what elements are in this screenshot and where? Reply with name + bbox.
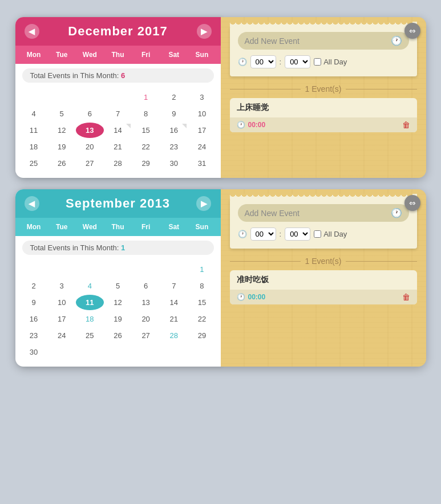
- cal-cell[interactable]: 12: [48, 123, 76, 138]
- cal-cell[interactable]: 16: [160, 123, 188, 138]
- cal-cell[interactable]: 26: [48, 156, 76, 171]
- time-row-2: 🕐 00010203 : 00153045 All Day: [238, 227, 409, 241]
- prev-month-button-1[interactable]: ◀: [25, 24, 39, 39]
- calendar-header-2: ◀ September 2013 ▶: [15, 189, 221, 218]
- cal-cell[interactable]: 8: [188, 278, 216, 294]
- add-event-row-1: Add New Event 🕐: [238, 32, 409, 50]
- cal-cell[interactable]: 29: [132, 156, 160, 171]
- cal-cell[interactable]: 5: [104, 278, 132, 294]
- event-title-1-0: 上床睡觉: [230, 98, 417, 117]
- cal-cell[interactable]: 24: [188, 139, 216, 155]
- total-events-bar-2: Total Events in This Month: 1: [22, 241, 214, 255]
- cal-cell[interactable]: 4: [20, 106, 48, 121]
- cal-cell[interactable]: 17: [188, 123, 216, 138]
- cal-cell[interactable]: 6: [76, 106, 104, 121]
- event-clock-icon-1-0: 🕐: [237, 121, 245, 129]
- cal-cell[interactable]: 2: [160, 90, 188, 105]
- cal-cell[interactable]: 7: [160, 278, 188, 294]
- cal-cell[interactable]: 30: [20, 344, 48, 360]
- event-item-2-0: 准时吃饭 🕐 00:00 🗑: [230, 270, 417, 304]
- day-sat-1: Sat: [160, 49, 188, 60]
- cal-cell[interactable]: 1: [188, 262, 216, 277]
- cal-cell[interactable]: 11: [76, 295, 104, 310]
- cal-cell[interactable]: 2: [20, 278, 48, 294]
- cal-cell[interactable]: 13: [132, 295, 160, 310]
- cal-cell[interactable]: 25: [76, 328, 104, 343]
- day-mon-1: Mon: [20, 49, 48, 60]
- cal-cell: [104, 344, 132, 360]
- cal-cell[interactable]: 20: [132, 311, 160, 327]
- cal-cell[interactable]: 12: [104, 295, 132, 310]
- cal-cell[interactable]: 22: [132, 139, 160, 155]
- cal-cell[interactable]: 21: [104, 139, 132, 155]
- cal-cell[interactable]: 26: [104, 328, 132, 343]
- allday-label-2[interactable]: All Day: [314, 230, 347, 238]
- cal-cell[interactable]: 8: [132, 106, 160, 121]
- cal-cell: [76, 90, 104, 105]
- cal-cell[interactable]: 28: [160, 328, 188, 343]
- cal-cell[interactable]: 9: [20, 295, 48, 310]
- cal-cell[interactable]: 19: [48, 139, 76, 155]
- cal-cell[interactable]: 5: [48, 106, 76, 121]
- cal-cell[interactable]: 3: [48, 278, 76, 294]
- cal-cell[interactable]: 3: [188, 90, 216, 105]
- clock-button-1[interactable]: 🕐: [391, 35, 402, 46]
- cal-cell[interactable]: 7: [104, 106, 132, 121]
- cal-cell[interactable]: 20: [76, 139, 104, 155]
- cal-cell[interactable]: 23: [20, 328, 48, 343]
- time-clock-icon-2: 🕐: [238, 230, 247, 238]
- hour-select-2[interactable]: 00010203: [250, 227, 276, 241]
- cal-cell[interactable]: 10: [188, 106, 216, 121]
- cal-cell[interactable]: 15: [188, 295, 216, 310]
- cal-cell[interactable]: 22: [188, 311, 216, 327]
- cal-cell: [76, 262, 104, 277]
- cal-cell[interactable]: 19: [104, 311, 132, 327]
- cal-cell[interactable]: 18: [76, 311, 104, 327]
- cal-cell[interactable]: 30: [160, 156, 188, 171]
- day-tue-2: Tue: [48, 221, 76, 233]
- prev-month-button-2[interactable]: ◀: [25, 196, 39, 211]
- cal-cell[interactable]: 16: [20, 311, 48, 327]
- next-month-button-2[interactable]: ▶: [196, 196, 211, 211]
- cal-cell[interactable]: 1: [132, 90, 160, 105]
- cal-cell[interactable]: 6: [132, 278, 160, 294]
- cal-cell[interactable]: 27: [76, 156, 104, 171]
- cal-cell[interactable]: 4: [76, 278, 104, 294]
- allday-label-1[interactable]: All Day: [314, 58, 347, 66]
- swap-button-1[interactable]: ⇔: [404, 23, 420, 39]
- cal-cell[interactable]: 23: [160, 139, 188, 155]
- cal-cell[interactable]: 11: [20, 123, 48, 138]
- day-sun-1: Sun: [188, 49, 216, 60]
- cal-cell[interactable]: 9: [160, 106, 188, 121]
- swap-button-2[interactable]: ⇔: [404, 195, 420, 211]
- cal-cell[interactable]: 25: [20, 156, 48, 171]
- cal-cell[interactable]: 21: [160, 311, 188, 327]
- day-wed-2: Wed: [76, 221, 104, 233]
- minute-select-1[interactable]: 00153045: [285, 55, 310, 68]
- cal-cell[interactable]: 14: [104, 123, 132, 138]
- cal-cell[interactable]: 15: [132, 123, 160, 138]
- delete-event-button-1-0[interactable]: 🗑: [402, 120, 410, 129]
- cal-cell[interactable]: 14: [160, 295, 188, 310]
- hour-select-1[interactable]: 00010203: [250, 55, 276, 68]
- cal-cell: [20, 262, 48, 277]
- cal-cell[interactable]: 31: [188, 156, 216, 171]
- cal-cell[interactable]: 24: [48, 328, 76, 343]
- cal-cell[interactable]: 27: [132, 328, 160, 343]
- allday-checkbox-2[interactable]: [314, 230, 321, 238]
- cal-cell[interactable]: 29: [188, 328, 216, 343]
- day-sat-2: Sat: [160, 221, 188, 233]
- next-month-button-1[interactable]: ▶: [197, 24, 212, 39]
- cal-cell[interactable]: 13: [76, 123, 104, 138]
- cal-cell[interactable]: 18: [20, 139, 48, 155]
- cal-cell: [132, 262, 160, 277]
- minute-select-2[interactable]: 00153045: [285, 227, 310, 241]
- delete-event-button-2-0[interactable]: 🗑: [402, 292, 410, 302]
- cal-cell[interactable]: 17: [48, 311, 76, 327]
- cal-cell: [160, 344, 188, 360]
- colon-2: :: [280, 230, 282, 238]
- clock-button-2[interactable]: 🕐: [391, 208, 402, 218]
- allday-checkbox-1[interactable]: [314, 58, 321, 66]
- cal-cell[interactable]: 10: [48, 295, 76, 310]
- cal-cell[interactable]: 28: [104, 156, 132, 171]
